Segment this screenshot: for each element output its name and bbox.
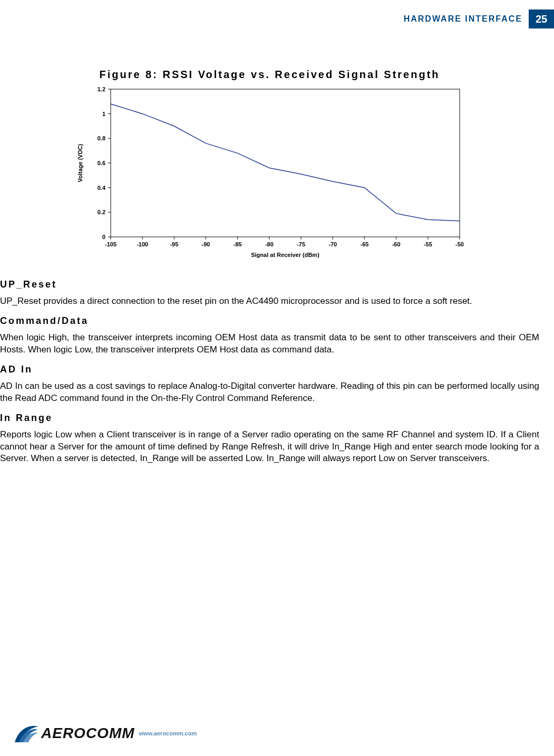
x-tick-label: -100 <box>137 241 148 247</box>
x-tick-label: -80 <box>265 241 273 247</box>
chart-line <box>111 104 460 221</box>
x-tick-label: -95 <box>170 241 178 247</box>
section-body: Reports logic Low when a Client transcei… <box>0 429 539 464</box>
svg-rect-19 <box>111 89 460 237</box>
x-axis-label: Signal at Receiver (dBm) <box>251 252 319 258</box>
section-heading: UP_Reset <box>0 279 539 290</box>
chart-container: 00.20.40.60.811.2-105-100-95-90-85-80-75… <box>70 84 470 263</box>
y-axis-label: Voltage (VDC) <box>77 143 83 182</box>
page-number-badge: 25 <box>529 9 554 28</box>
footer: AEROCOMM www.aerocomm.com <box>14 723 197 743</box>
x-tick-label: -105 <box>104 241 116 247</box>
x-tick-label: -50 <box>455 241 464 247</box>
x-tick-label: -60 <box>392 241 400 247</box>
section-body: AD In can be used as a cost savings to r… <box>0 380 539 404</box>
x-tick-label: -55 <box>423 241 432 247</box>
x-tick-label: -75 <box>297 241 305 247</box>
section: AD InAD In can be used as a cost savings… <box>0 364 539 404</box>
section: Command/DataWhen logic High, the transce… <box>0 315 539 356</box>
y-tick-label: 1.2 <box>97 86 105 92</box>
logo: AEROCOMM <box>14 723 135 743</box>
figure-caption: Figure 8: RSSI Voltage vs. Received Sign… <box>0 69 539 81</box>
section: In RangeReports logic Low when a Client … <box>0 413 539 464</box>
section-heading: In Range <box>0 413 539 424</box>
logo-text: AEROCOMM <box>41 725 135 742</box>
x-tick-label: -90 <box>201 241 210 247</box>
y-tick-label: 1 <box>102 111 105 117</box>
section: UP_ResetUP_Reset provides a direct conne… <box>0 279 539 307</box>
y-tick-label: 0.8 <box>97 135 105 141</box>
footer-url: www.aerocomm.com <box>139 730 197 736</box>
x-tick-label: -65 <box>360 241 368 247</box>
x-tick-label: -70 <box>328 241 337 247</box>
section-body: When logic High, the transceiver interpr… <box>0 332 539 356</box>
chart-svg: 00.20.40.60.811.2-105-100-95-90-85-80-75… <box>70 84 470 263</box>
y-tick-label: 0.2 <box>97 209 105 215</box>
y-tick-label: 0.4 <box>97 185 105 191</box>
logo-swirl-icon <box>14 723 39 743</box>
x-tick-label: -85 <box>233 241 241 247</box>
section-heading: Command/Data <box>0 315 539 327</box>
section-heading: AD In <box>0 364 539 375</box>
y-tick-label: 0.6 <box>97 160 105 166</box>
header-title: HARDWARE INTERFACE <box>404 14 522 24</box>
section-body: UP_Reset provides a direct connection to… <box>0 295 539 307</box>
y-tick-label: 0 <box>102 234 105 240</box>
